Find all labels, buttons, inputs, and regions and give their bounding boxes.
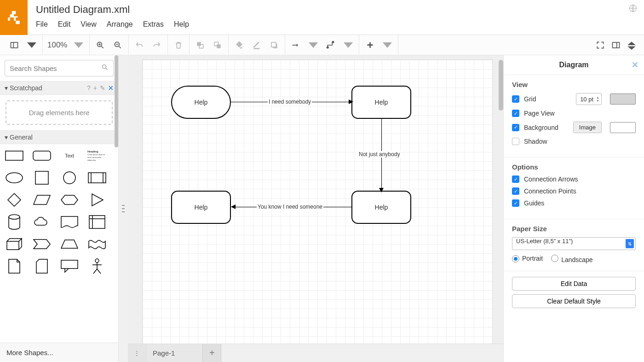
shape-rounded-rectangle[interactable] — [32, 149, 52, 163]
to-back-button[interactable] — [212, 39, 224, 51]
menu-edit[interactable]: Edit — [58, 20, 71, 29]
edge-label[interactable]: Not just anybody — [358, 151, 401, 158]
background-color-swatch[interactable] — [610, 122, 636, 133]
zoom-in-button[interactable] — [94, 39, 106, 51]
shape-parallelogram[interactable] — [32, 193, 52, 207]
shape-callout[interactable] — [60, 259, 79, 273]
shape-diamond[interactable] — [5, 193, 24, 207]
sidebar-toggle-button[interactable] — [8, 39, 20, 51]
delete-button[interactable] — [172, 39, 184, 51]
background-checkbox[interactable]: ✓ — [512, 124, 519, 131]
scratchpad-dropzone[interactable]: Drag elements here — [6, 100, 113, 125]
line-color-button[interactable] — [251, 39, 263, 51]
diagram-node[interactable]: Help — [351, 86, 411, 119]
paper-size-select[interactable]: US-Letter (8,5" x 11") ⇅ — [512, 237, 636, 250]
shadow-button[interactable] — [268, 39, 280, 51]
background-label: Background — [524, 124, 558, 131]
fill-color-button[interactable] — [233, 39, 245, 51]
shape-step[interactable] — [32, 237, 52, 251]
document-title[interactable]: Untitled Diagram.xml — [36, 4, 628, 16]
search-shapes-field[interactable] — [10, 64, 101, 72]
menu-file[interactable]: File — [36, 20, 48, 29]
menu-help[interactable]: Help — [174, 20, 189, 29]
portrait-radio[interactable]: Portrait — [512, 255, 543, 263]
scratchpad-add-icon[interactable]: + — [93, 84, 97, 92]
background-image-button[interactable]: Image — [573, 122, 602, 133]
general-header[interactable]: ▾General — [0, 130, 118, 144]
page-canvas[interactable]: Help Help Help Help I need somebody Not … — [143, 60, 492, 362]
scratchpad-header[interactable]: ▾Scratchpad ? + ✎ ✕ — [0, 81, 118, 95]
shape-text[interactable]: Text — [60, 149, 79, 163]
insert-dropdown[interactable] — [381, 39, 393, 51]
collapse-button[interactable] — [626, 39, 638, 51]
conn-points-checkbox[interactable]: ✓ — [512, 187, 519, 195]
menu-extras[interactable]: Extras — [143, 20, 164, 29]
diagram-node[interactable]: Help — [351, 191, 411, 224]
shape-card[interactable] — [32, 259, 52, 273]
shape-process[interactable] — [87, 171, 107, 185]
fullscreen-button[interactable] — [594, 39, 606, 51]
waypoints-dropdown[interactable] — [342, 39, 354, 51]
connection-dropdown[interactable] — [307, 39, 319, 51]
shape-document[interactable] — [60, 215, 79, 229]
shape-hexagon[interactable] — [60, 193, 79, 207]
edge-label[interactable]: You know I need someone — [257, 204, 323, 210]
logo[interactable] — [0, 0, 28, 35]
shape-heading[interactable]: HeadingLorem ipsum dolor sit amet consec… — [87, 149, 107, 163]
shape-note[interactable] — [5, 259, 24, 273]
redo-button[interactable] — [151, 39, 163, 51]
sidebar-toggle-dropdown[interactable] — [26, 39, 38, 51]
shape-cube[interactable] — [5, 237, 24, 251]
canvas-scrollbar-v[interactable] — [499, 60, 503, 111]
format-panel-close-icon[interactable]: ✕ — [632, 60, 638, 70]
search-shapes-input[interactable] — [5, 60, 114, 76]
left-splitter[interactable] — [119, 55, 128, 362]
shape-internal-storage[interactable] — [87, 215, 107, 229]
scratchpad-edit-icon[interactable]: ✎ — [100, 84, 105, 92]
zoom-level[interactable]: 100% — [47, 41, 67, 50]
shape-actor[interactable] — [87, 259, 107, 273]
tab-menu-button[interactable]: ⋮ — [128, 344, 146, 362]
guides-checkbox[interactable]: ✓ — [512, 199, 519, 207]
scratchpad-help-icon[interactable]: ? — [87, 84, 91, 92]
zoom-out-button[interactable] — [112, 39, 124, 51]
shape-cylinder[interactable] — [5, 215, 24, 229]
shape-triangle[interactable] — [87, 193, 107, 207]
insert-button[interactable]: + — [364, 39, 376, 51]
shape-square[interactable] — [32, 171, 52, 185]
zoom-dropdown[interactable] — [73, 39, 85, 51]
scratchpad-close-icon[interactable]: ✕ — [108, 84, 114, 92]
page-tab[interactable]: Page-1 — [146, 344, 203, 362]
landscape-radio[interactable]: Landscape — [551, 255, 593, 263]
undo-button[interactable] — [133, 39, 145, 51]
conn-arrows-checkbox[interactable]: ✓ — [512, 175, 519, 183]
grid-size-input[interactable]: 10 pt ▲▼ — [576, 93, 602, 105]
grid-color-swatch[interactable] — [610, 93, 636, 105]
diagram-node[interactable]: Help — [171, 86, 231, 119]
to-front-button[interactable] — [194, 39, 206, 51]
menu-view[interactable]: View — [80, 20, 96, 29]
svg-rect-35 — [61, 260, 78, 269]
shape-rectangle[interactable] — [5, 149, 24, 163]
more-shapes-button[interactable]: More Shapes... — [0, 343, 118, 362]
svg-rect-32 — [89, 216, 105, 228]
waypoints-button[interactable] — [325, 39, 337, 51]
shape-circle[interactable] — [60, 171, 79, 185]
clear-style-button[interactable]: Clear Default Style — [512, 294, 636, 308]
shape-tape[interactable] — [87, 237, 107, 251]
menu-arrange[interactable]: Arrange — [107, 20, 133, 29]
shadow-checkbox[interactable]: ✓ — [512, 138, 519, 145]
format-panel-button[interactable] — [610, 39, 622, 51]
shape-ellipse[interactable] — [5, 171, 24, 185]
shapes-panel: ▾Scratchpad ? + ✎ ✕ Drag elements here ▾… — [0, 55, 119, 362]
shape-trapezoid[interactable] — [60, 237, 79, 251]
edge-label[interactable]: I need somebody — [268, 99, 312, 105]
globe-icon[interactable] — [628, 4, 638, 14]
add-page-button[interactable]: + — [203, 344, 221, 362]
diagram-node[interactable]: Help — [171, 191, 231, 224]
connection-button[interactable] — [290, 39, 302, 51]
grid-checkbox[interactable]: ✓ — [512, 95, 519, 103]
shape-cloud[interactable] — [32, 215, 52, 229]
pageview-checkbox[interactable]: ✓ — [512, 110, 519, 117]
edit-data-button[interactable]: Edit Data — [512, 277, 636, 291]
